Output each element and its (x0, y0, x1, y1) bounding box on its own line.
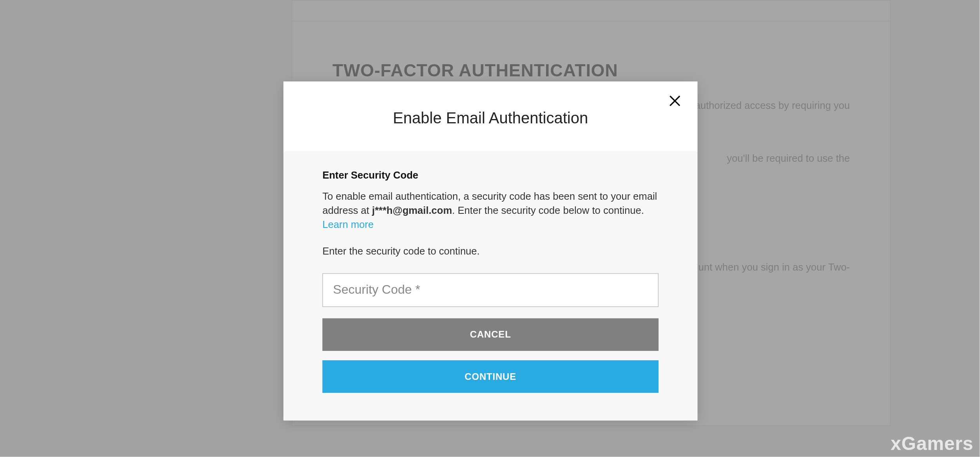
modal-header: Enable Email Authentication (283, 81, 697, 151)
watermark-text: xGamers (891, 433, 973, 454)
modal-body: Enter Security Code To enable email auth… (283, 151, 697, 421)
modal-description: To enable email authentication, a securi… (322, 190, 659, 218)
close-icon (669, 95, 681, 108)
close-button[interactable] (666, 93, 684, 110)
security-code-input[interactable] (322, 273, 659, 307)
masked-email: j***h@gmail.com (372, 205, 452, 216)
modal-desc-part-2: . Enter the security code below to conti… (452, 205, 644, 216)
modal-prompt: Enter the security code to continue. (322, 246, 659, 257)
continue-button[interactable]: CONTINUE (322, 360, 659, 393)
cancel-button[interactable]: CANCEL (322, 318, 659, 350)
enable-email-auth-modal: Enable Email Authentication Enter Securi… (283, 81, 697, 420)
modal-subheading: Enter Security Code (322, 170, 659, 181)
learn-more-link[interactable]: Learn more (322, 219, 374, 231)
modal-title: Enable Email Authentication (302, 109, 679, 127)
